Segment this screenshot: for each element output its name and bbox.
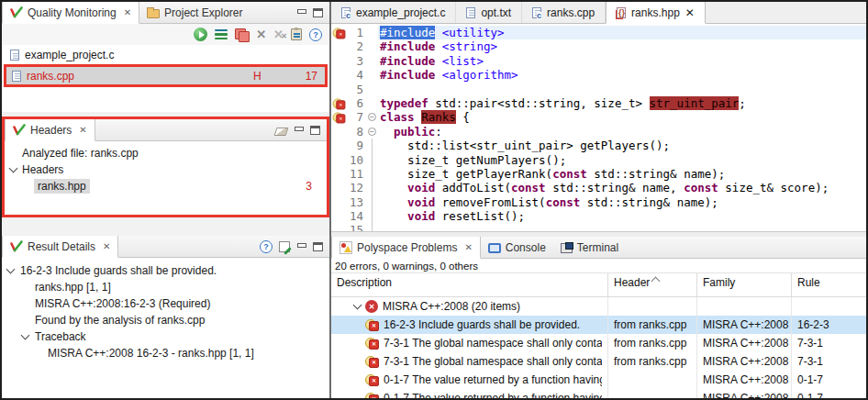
code-line-1[interactable]: 1#include <utility> — [331, 26, 866, 39]
close-icon[interactable]: ✕ — [685, 6, 695, 19]
maximize-icon[interactable] — [313, 8, 323, 17]
close-icon[interactable]: ✕ — [103, 241, 110, 251]
problems-table-row[interactable]: 0-1-7 The value returned by a function h… — [331, 371, 866, 389]
code-line-9[interactable]: 9 std::list<str_uint_pair> getPlayers(); — [331, 139, 866, 152]
result-detail-line[interactable]: ranks.hpp [1, 1] — [2, 279, 329, 295]
editor-tab-example_project-c[interactable]: example_project.c — [331, 2, 456, 23]
minimize-icon[interactable] — [296, 242, 306, 251]
list-filter-icon[interactable] — [215, 29, 228, 40]
quality-monitoring-tabbar: Quality Monitoring ✕ Project Explorer — [2, 2, 329, 24]
column-header-family[interactable]: Family — [697, 273, 792, 296]
problems-table-row[interactable]: 7-3-1 The global namespace shall only co… — [331, 352, 866, 371]
copy-results-icon[interactable] — [235, 28, 249, 41]
problems-table-row[interactable]: 0-1-7 The value returned by a function h… — [331, 389, 866, 398]
problem-description-cell[interactable]: 0-1-7 The value returned by a function h… — [331, 371, 608, 389]
problems-table-row[interactable]: 16-2-3 Include guards shall be provided.… — [331, 316, 866, 334]
problem-marker-icon[interactable] — [333, 112, 346, 124]
problem-description-cell[interactable]: 16-2-3 Include guards shall be provided. — [331, 316, 608, 334]
eraser-icon[interactable] — [274, 128, 289, 136]
code-line-11[interactable]: 11 size_t getPlayerRank(const std::strin… — [331, 167, 866, 181]
chevron-down-icon[interactable] — [9, 164, 18, 173]
fold-collapse-icon[interactable]: − — [368, 113, 376, 121]
maximize-icon[interactable] — [310, 126, 320, 135]
editor-tab-ranks-hpp[interactable]: ranks.hpp✕ — [606, 2, 706, 24]
column-header-description[interactable]: Description — [331, 273, 608, 296]
polyspace-check-icon — [13, 124, 26, 136]
minimize-icon[interactable] — [294, 126, 304, 135]
delete-icon[interactable]: ✕ — [256, 28, 266, 40]
headers-root-label: Headers — [22, 163, 63, 176]
tab-console[interactable]: Console — [481, 237, 553, 258]
close-icon[interactable]: ✕ — [79, 125, 86, 135]
problem-description-cell[interactable]: 7-3-1 The global namespace shall only co… — [331, 334, 608, 352]
tab-headers[interactable]: Headers ✕ — [5, 119, 95, 141]
code-line-3[interactable]: 3#include <list> — [331, 54, 866, 68]
problem-marker-icon[interactable] — [333, 28, 346, 39]
line-number: 3 — [345, 54, 367, 68]
headers-file-row[interactable]: ranks.hpp 3 — [5, 178, 327, 194]
result-detail-line[interactable]: Found by the analysis of ranks.cpp — [2, 312, 329, 328]
tab-label: Polyspace Problems — [357, 241, 457, 254]
column-header-header[interactable]: Header — [608, 273, 697, 296]
headers-tree-root[interactable]: Headers — [5, 161, 327, 178]
problem-marker-icon[interactable] — [333, 98, 346, 110]
tab-polyspace-problems[interactable]: Polyspace Problems ✕ — [331, 237, 481, 259]
code-line-2[interactable]: 2#include <string> — [331, 39, 866, 53]
file-row[interactable]: ranks.cppH17 — [4, 64, 328, 87]
line-number: 5 — [345, 83, 367, 96]
tab-terminal[interactable]: Terminal — [553, 237, 626, 258]
code-line-10[interactable]: 10 size_t getNumPlayers(); — [331, 153, 866, 167]
clipboard-icon[interactable] — [291, 28, 302, 40]
file-row[interactable]: example_project.c — [2, 47, 329, 63]
delete-all-icon[interactable]: ✕ — [273, 28, 284, 40]
code-line-4[interactable]: 4#include <algorithm> — [331, 68, 866, 82]
code-line-15[interactable]: 15 — [331, 223, 866, 231]
annotation-gutter — [331, 195, 345, 209]
result-detail-line[interactable]: MISRA C++:2008:16-2-3 (Required) — [2, 295, 329, 312]
run-icon[interactable] — [194, 28, 207, 41]
problem-header-cell — [608, 389, 697, 398]
result-detail-line[interactable]: 16-2-3 Include guards shall be provided. — [2, 262, 329, 279]
chevron-down-icon[interactable] — [21, 331, 30, 340]
problem-description-cell[interactable]: 7-3-1 The global namespace shall only co… — [331, 352, 608, 371]
header-file-name[interactable]: ranks.hpp — [34, 179, 90, 194]
headers-panel: Headers ✕ Analyzed file: ranks.cpp Heade… — [2, 117, 329, 217]
result-detail-line[interactable]: MISRA C++:2008 16-2-3 - ranks.hpp [1, 1] — [2, 345, 329, 361]
close-icon[interactable]: ✕ — [124, 7, 131, 17]
minimize-icon[interactable] — [296, 8, 306, 17]
chevron-down-icon[interactable] — [6, 265, 16, 274]
problems-table-row[interactable]: 7-3-1 The global namespace shall only co… — [331, 334, 866, 352]
editor-tab-ranks-cpp[interactable]: ranks.cpp — [522, 2, 606, 23]
chevron-down-icon[interactable] — [353, 301, 362, 310]
result-detail-line[interactable]: Traceback — [2, 328, 329, 345]
code-line-7[interactable]: 7−class Ranks { — [331, 110, 866, 124]
maximize-icon[interactable] — [313, 242, 323, 251]
fold-collapse-icon[interactable]: − — [368, 128, 376, 136]
code-editor[interactable]: 1#include <utility>2#include <string>3#i… — [331, 24, 866, 231]
code-line-13[interactable]: 13 void removeFromList(const std::string… — [331, 195, 866, 209]
tab-quality-monitoring[interactable]: Quality Monitoring ✕ — [2, 2, 139, 24]
tab-label: ranks.cpp — [547, 6, 595, 19]
code-token — [435, 39, 442, 53]
polyspace-check-icon — [10, 6, 23, 18]
close-icon[interactable]: ✕ — [464, 242, 472, 252]
file-name: example_project.c — [25, 49, 114, 61]
code-line-14[interactable]: 14 void resetList(); — [331, 209, 866, 223]
code-token: std::string& name); — [587, 167, 726, 181]
problem-marker-icon — [365, 318, 379, 331]
problem-header-cell: from ranks.cpp — [608, 352, 697, 371]
help-icon[interactable]: ? — [309, 28, 322, 41]
code-line-6[interactable]: 6typedef std::pair<std::string, size_t> … — [331, 96, 866, 110]
tab-project-explorer[interactable]: Project Explorer — [139, 2, 250, 23]
problems-table-row[interactable]: ✕MISRA C++:2008 (20 items) — [331, 297, 866, 316]
problem-description-cell[interactable]: 0-1-7 The value returned by a function h… — [331, 389, 608, 398]
column-header-rule[interactable]: Rule — [792, 273, 866, 296]
help-icon[interactable]: ? — [260, 240, 273, 253]
note-edit-icon[interactable] — [279, 241, 290, 252]
code-line-8[interactable]: 8− public: — [331, 125, 866, 139]
problem-description-cell[interactable]: ✕MISRA C++:2008 (20 items) — [331, 297, 608, 316]
tab-result-details[interactable]: Result Details ✕ — [2, 236, 118, 258]
editor-tab-opt-txt[interactable]: opt.txt — [456, 2, 522, 23]
code-line-12[interactable]: 12 void addToList(const std::string& nam… — [331, 181, 866, 194]
code-line-5[interactable]: 5 — [331, 83, 866, 96]
